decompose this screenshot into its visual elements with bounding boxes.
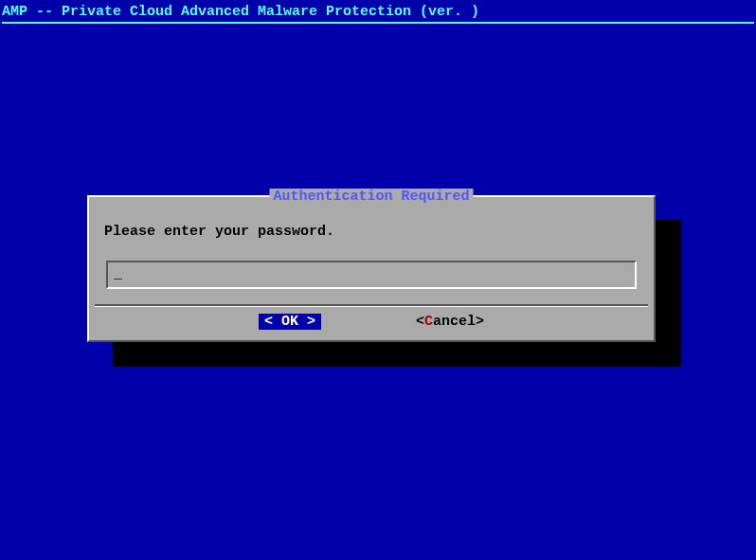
button-separator: [95, 304, 648, 307]
password-prompt: Please enter your password.: [95, 205, 648, 240]
cancel-button[interactable]: <Cancel>: [416, 314, 484, 330]
window-title: AMP -- Private Cloud Advanced Malware Pr…: [2, 4, 479, 20]
header-divider: [2, 22, 754, 24]
password-input[interactable]: _: [106, 261, 637, 289]
ok-button[interactable]: < OK >: [259, 314, 321, 330]
dialog-title: Authentication Required: [269, 189, 473, 205]
window-title-bar: AMP -- Private Cloud Advanced Malware Pr…: [0, 0, 756, 24]
input-cursor: _: [114, 266, 122, 283]
auth-dialog: Authentication Required Please enter you…: [87, 195, 656, 342]
button-row: < OK > <Cancel>: [89, 314, 654, 330]
